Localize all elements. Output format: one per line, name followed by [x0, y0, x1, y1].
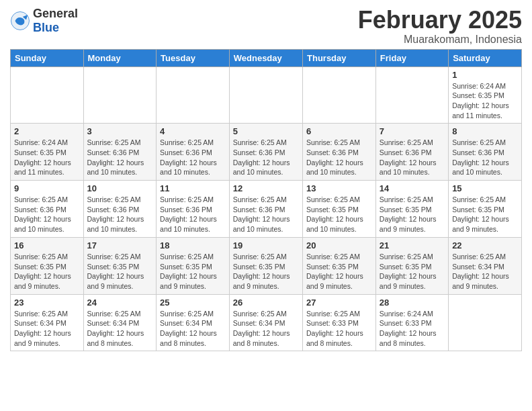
calendar-body: 1Sunrise: 6:24 AM Sunset: 6:35 PM Daylig… — [11, 66, 522, 351]
calendar-cell: 21Sunrise: 6:25 AM Sunset: 6:35 PM Dayli… — [375, 237, 448, 294]
day-number: 6 — [306, 126, 372, 136]
header: General Blue February 2025 Muarakomam, I… — [10, 7, 522, 46]
day-number: 8 — [452, 126, 518, 136]
title-block: February 2025 Muarakomam, Indonesia — [358, 7, 522, 46]
day-number: 25 — [160, 298, 226, 308]
calendar-cell: 12Sunrise: 6:25 AM Sunset: 6:36 PM Dayli… — [229, 181, 302, 238]
calendar-cell — [303, 66, 376, 124]
header-monday: Monday — [83, 49, 157, 66]
day-info: Sunrise: 6:25 AM Sunset: 6:35 PM Dayligh… — [87, 252, 153, 291]
day-info: Sunrise: 6:25 AM Sunset: 6:34 PM Dayligh… — [452, 252, 518, 291]
day-info: Sunrise: 6:25 AM Sunset: 6:33 PM Dayligh… — [306, 309, 372, 349]
day-info: Sunrise: 6:25 AM Sunset: 6:35 PM Dayligh… — [380, 252, 445, 291]
logo-blue: Blue — [33, 21, 78, 35]
calendar-cell: 6Sunrise: 6:25 AM Sunset: 6:36 PM Daylig… — [303, 124, 376, 181]
day-info: Sunrise: 6:25 AM Sunset: 6:36 PM Dayligh… — [87, 138, 153, 177]
day-number: 21 — [380, 240, 445, 250]
day-number: 7 — [380, 126, 445, 136]
calendar-cell: 28Sunrise: 6:24 AM Sunset: 6:33 PM Dayli… — [375, 294, 448, 351]
day-number: 19 — [233, 240, 299, 250]
day-info: Sunrise: 6:25 AM Sunset: 6:36 PM Dayligh… — [160, 138, 226, 177]
location: Muarakomam, Indonesia — [358, 34, 522, 46]
calendar-cell: 11Sunrise: 6:25 AM Sunset: 6:36 PM Dayli… — [157, 181, 230, 238]
calendar-cell — [449, 294, 522, 351]
day-info: Sunrise: 6:24 AM Sunset: 6:35 PM Dayligh… — [452, 81, 518, 121]
month-title: February 2025 — [358, 7, 522, 34]
day-number: 24 — [87, 298, 153, 308]
day-number: 11 — [160, 183, 226, 193]
calendar-cell: 25Sunrise: 6:25 AM Sunset: 6:34 PM Dayli… — [157, 294, 230, 351]
calendar-cell: 1Sunrise: 6:24 AM Sunset: 6:35 PM Daylig… — [449, 66, 522, 124]
calendar: Sunday Monday Tuesday Wednesday Thursday… — [10, 49, 522, 352]
calendar-cell: 20Sunrise: 6:25 AM Sunset: 6:35 PM Dayli… — [303, 237, 376, 294]
page: General Blue February 2025 Muarakomam, I… — [0, 0, 532, 358]
day-info: Sunrise: 6:25 AM Sunset: 6:35 PM Dayligh… — [452, 195, 518, 234]
logo: General Blue — [10, 7, 78, 35]
day-info: Sunrise: 6:24 AM Sunset: 6:35 PM Dayligh… — [14, 138, 80, 177]
day-info: Sunrise: 6:25 AM Sunset: 6:35 PM Dayligh… — [306, 195, 372, 234]
calendar-cell: 5Sunrise: 6:25 AM Sunset: 6:36 PM Daylig… — [229, 124, 302, 181]
day-number: 1 — [452, 70, 518, 80]
day-info: Sunrise: 6:25 AM Sunset: 6:35 PM Dayligh… — [233, 252, 299, 291]
calendar-week-row: 2Sunrise: 6:24 AM Sunset: 6:35 PM Daylig… — [11, 124, 522, 181]
calendar-cell: 8Sunrise: 6:25 AM Sunset: 6:36 PM Daylig… — [449, 124, 522, 181]
day-number: 16 — [14, 240, 80, 250]
logo-general: General — [33, 7, 78, 21]
day-number: 18 — [160, 240, 226, 250]
calendar-cell: 10Sunrise: 6:25 AM Sunset: 6:36 PM Dayli… — [83, 181, 157, 238]
day-number: 5 — [233, 126, 299, 136]
calendar-cell: 24Sunrise: 6:25 AM Sunset: 6:34 PM Dayli… — [83, 294, 157, 351]
day-number: 10 — [87, 183, 153, 193]
calendar-cell: 17Sunrise: 6:25 AM Sunset: 6:35 PM Dayli… — [83, 237, 157, 294]
calendar-cell: 9Sunrise: 6:25 AM Sunset: 6:36 PM Daylig… — [11, 181, 84, 238]
header-thursday: Thursday — [303, 49, 376, 66]
calendar-cell — [83, 66, 157, 124]
calendar-cell: 16Sunrise: 6:25 AM Sunset: 6:35 PM Dayli… — [11, 237, 84, 294]
day-number: 4 — [160, 126, 226, 136]
day-number: 17 — [87, 240, 153, 250]
day-number: 12 — [233, 183, 299, 193]
day-info: Sunrise: 6:24 AM Sunset: 6:33 PM Dayligh… — [380, 309, 445, 349]
day-info: Sunrise: 6:25 AM Sunset: 6:36 PM Dayligh… — [160, 195, 226, 234]
day-number: 23 — [14, 298, 80, 308]
calendar-cell: 22Sunrise: 6:25 AM Sunset: 6:34 PM Dayli… — [449, 237, 522, 294]
day-number: 14 — [380, 183, 445, 193]
day-info: Sunrise: 6:25 AM Sunset: 6:34 PM Dayligh… — [160, 309, 226, 349]
calendar-cell: 13Sunrise: 6:25 AM Sunset: 6:35 PM Dayli… — [303, 181, 376, 238]
calendar-cell — [11, 66, 84, 124]
day-info: Sunrise: 6:25 AM Sunset: 6:36 PM Dayligh… — [233, 138, 299, 177]
calendar-header-row: Sunday Monday Tuesday Wednesday Thursday… — [11, 49, 522, 66]
day-number: 20 — [306, 240, 372, 250]
day-info: Sunrise: 6:25 AM Sunset: 6:36 PM Dayligh… — [380, 138, 445, 177]
day-info: Sunrise: 6:25 AM Sunset: 6:34 PM Dayligh… — [14, 309, 80, 349]
day-info: Sunrise: 6:25 AM Sunset: 6:36 PM Dayligh… — [233, 195, 299, 234]
day-info: Sunrise: 6:25 AM Sunset: 6:35 PM Dayligh… — [14, 252, 80, 291]
day-info: Sunrise: 6:25 AM Sunset: 6:35 PM Dayligh… — [160, 252, 226, 291]
calendar-week-row: 9Sunrise: 6:25 AM Sunset: 6:36 PM Daylig… — [11, 181, 522, 238]
day-info: Sunrise: 6:25 AM Sunset: 6:36 PM Dayligh… — [306, 138, 372, 177]
calendar-cell: 4Sunrise: 6:25 AM Sunset: 6:36 PM Daylig… — [157, 124, 230, 181]
day-info: Sunrise: 6:25 AM Sunset: 6:36 PM Dayligh… — [452, 138, 518, 177]
calendar-cell: 2Sunrise: 6:24 AM Sunset: 6:35 PM Daylig… — [11, 124, 84, 181]
day-info: Sunrise: 6:25 AM Sunset: 6:36 PM Dayligh… — [14, 195, 80, 234]
calendar-cell — [375, 66, 448, 124]
day-number: 27 — [306, 298, 372, 308]
calendar-week-row: 16Sunrise: 6:25 AM Sunset: 6:35 PM Dayli… — [11, 237, 522, 294]
day-number: 15 — [452, 183, 518, 193]
day-info: Sunrise: 6:25 AM Sunset: 6:34 PM Dayligh… — [87, 309, 153, 349]
logo-text: General Blue — [33, 7, 78, 35]
day-info: Sunrise: 6:25 AM Sunset: 6:35 PM Dayligh… — [380, 195, 445, 234]
calendar-cell: 26Sunrise: 6:25 AM Sunset: 6:34 PM Dayli… — [229, 294, 302, 351]
calendar-cell: 27Sunrise: 6:25 AM Sunset: 6:33 PM Dayli… — [303, 294, 376, 351]
header-tuesday: Tuesday — [157, 49, 230, 66]
calendar-cell: 19Sunrise: 6:25 AM Sunset: 6:35 PM Dayli… — [229, 237, 302, 294]
day-number: 13 — [306, 183, 372, 193]
day-info: Sunrise: 6:25 AM Sunset: 6:36 PM Dayligh… — [87, 195, 153, 234]
day-number: 9 — [14, 183, 80, 193]
calendar-cell: 15Sunrise: 6:25 AM Sunset: 6:35 PM Dayli… — [449, 181, 522, 238]
day-number: 26 — [233, 298, 299, 308]
calendar-cell: 18Sunrise: 6:25 AM Sunset: 6:35 PM Dayli… — [157, 237, 230, 294]
calendar-cell: 14Sunrise: 6:25 AM Sunset: 6:35 PM Dayli… — [375, 181, 448, 238]
calendar-cell — [157, 66, 230, 124]
calendar-cell: 3Sunrise: 6:25 AM Sunset: 6:36 PM Daylig… — [83, 124, 157, 181]
